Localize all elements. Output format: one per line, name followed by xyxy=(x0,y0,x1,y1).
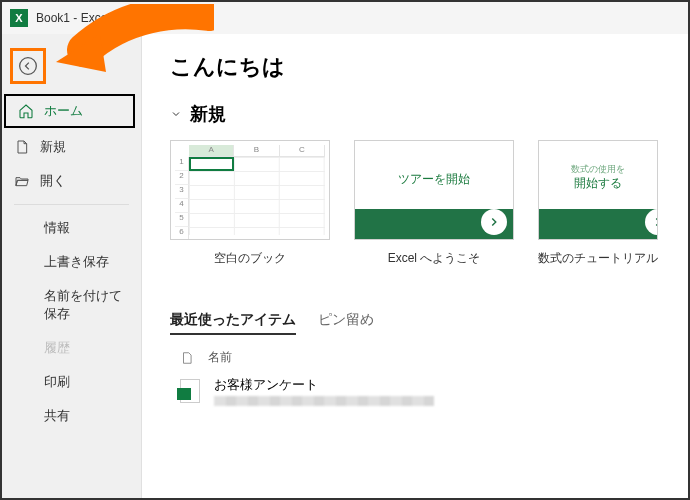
window-title: Book1 - Excel xyxy=(36,11,110,25)
nav-save[interactable]: 上書き保存 xyxy=(2,245,141,279)
titlebar: Book1 - Excel xyxy=(2,2,688,34)
template-welcome[interactable]: ツアーを開始 Excel へようこそ xyxy=(354,140,514,267)
greeting-heading: こんにちは xyxy=(170,52,688,82)
nav-history: 履歴 xyxy=(2,331,141,365)
recent-list-header: 名前 xyxy=(170,349,688,366)
template-formula[interactable]: 数式の使用を 開始する 数式のチュートリアル xyxy=(538,140,658,267)
col-name: 名前 xyxy=(208,349,232,366)
excel-app-icon xyxy=(10,9,28,27)
recent-tabs: 最近使ったアイテム ピン留め xyxy=(170,311,688,335)
template-welcome-banner: ツアーを開始 xyxy=(355,171,513,188)
arrow-right-icon xyxy=(481,209,507,235)
template-blank[interactable]: ABC 123456 空白のブック xyxy=(170,140,330,267)
recent-item[interactable]: お客様アンケート xyxy=(170,376,688,406)
recent-item-path-redacted xyxy=(214,396,434,406)
back-arrow-icon xyxy=(18,56,38,76)
nav-info[interactable]: 情報 xyxy=(2,211,141,245)
excel-file-icon xyxy=(180,379,200,403)
template-welcome-thumb: ツアーを開始 xyxy=(354,140,514,240)
template-row: ABC 123456 空白のブック ツアーを開始 Excel へようこそ xyxy=(170,140,688,267)
template-formula-label: 数式のチュートリアル xyxy=(538,250,658,267)
template-formula-banner: 開始する xyxy=(539,175,657,192)
svg-point-0 xyxy=(20,58,37,75)
nav-divider xyxy=(14,204,129,205)
template-blank-label: 空白のブック xyxy=(170,250,330,267)
template-formula-thumb: 数式の使用を 開始する xyxy=(538,140,658,240)
document-icon xyxy=(180,351,194,365)
nav-open-label: 開く xyxy=(40,172,66,190)
section-new-title: 新規 xyxy=(190,102,226,126)
template-blank-thumb: ABC 123456 xyxy=(170,140,330,240)
nav-share[interactable]: 共有 xyxy=(2,399,141,433)
folder-open-icon xyxy=(14,173,30,189)
document-icon xyxy=(14,139,30,155)
main-area: こんにちは 新規 ABC 123456 空白のブック xyxy=(142,34,688,498)
nav-home[interactable]: ホーム xyxy=(4,94,135,128)
nav-home-label: ホーム xyxy=(44,102,83,120)
section-new-header[interactable]: 新規 xyxy=(170,102,688,126)
tab-pinned[interactable]: ピン留め xyxy=(318,311,374,335)
nav-open[interactable]: 開く xyxy=(2,164,141,198)
nav-saveas[interactable]: 名前を付けて保存 xyxy=(2,279,141,331)
chevron-down-icon xyxy=(170,108,182,120)
recent-item-name: お客様アンケート xyxy=(214,376,434,394)
template-welcome-label: Excel へようこそ xyxy=(354,250,514,267)
nav-print[interactable]: 印刷 xyxy=(2,365,141,399)
back-button[interactable] xyxy=(10,48,46,84)
nav-new[interactable]: 新規 xyxy=(2,130,141,164)
nav-new-label: 新規 xyxy=(40,138,66,156)
home-icon xyxy=(18,103,34,119)
tab-recent[interactable]: 最近使ったアイテム xyxy=(170,311,296,335)
sidebar: ホーム 新規 開く 情報 上書き保存 名前を付けて保存 履歴 印刷 共有 xyxy=(2,34,142,498)
